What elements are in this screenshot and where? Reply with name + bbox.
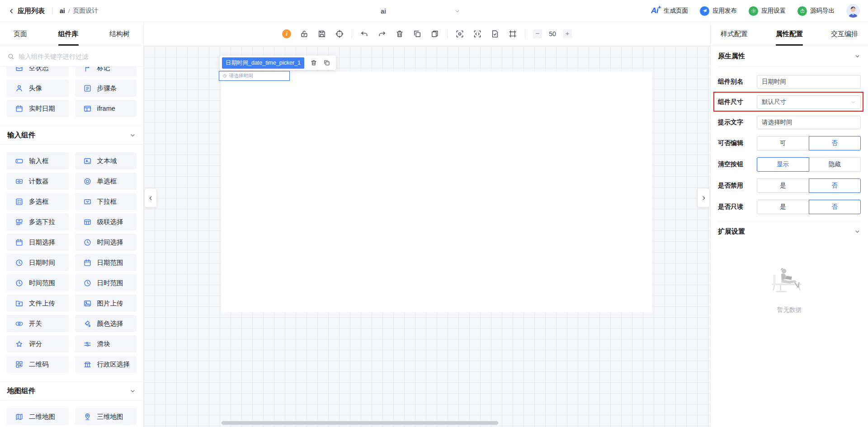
component-item[interactable]: 日期选择 xyxy=(7,234,69,251)
segment-option[interactable]: 是 xyxy=(757,200,809,214)
map-icon xyxy=(15,413,24,421)
field-control: 默认尺寸 xyxy=(757,95,861,109)
horizontal-scrollbar[interactable] xyxy=(222,421,498,425)
zoom-in-button[interactable]: + xyxy=(563,29,572,38)
component-item[interactable]: 单选框 xyxy=(75,173,137,190)
segmented-control: 是否 xyxy=(757,178,861,193)
component-item[interactable]: 下拉框 xyxy=(75,193,137,210)
component-item[interactable]: 空状态 xyxy=(7,67,69,76)
redo-icon[interactable] xyxy=(377,29,387,38)
native-properties-header[interactable]: 原生属性 xyxy=(718,46,861,67)
generate-page-button[interactable]: Ai 生成页面 xyxy=(651,6,688,15)
component-item[interactable]: 三维地图 xyxy=(75,408,137,425)
component-item[interactable]: 滑块 xyxy=(75,335,137,352)
select-value: 默认尺寸 xyxy=(762,98,786,106)
toggle-icon xyxy=(15,319,24,328)
tab-style-config[interactable]: 样式配置 xyxy=(721,22,748,46)
info-icon[interactable]: i xyxy=(282,29,291,38)
component-item[interactable]: 标记 xyxy=(75,67,137,76)
tab-pages[interactable]: 页面 xyxy=(14,22,27,46)
qr-icon xyxy=(15,360,24,369)
empty-state: 暂无数据 xyxy=(718,263,861,314)
segment-option[interactable]: 可 xyxy=(757,136,809,150)
empty-text: 暂无数据 xyxy=(777,306,802,314)
scan-eye-icon[interactable] xyxy=(455,29,464,38)
component-item[interactable]: 行政区选择 xyxy=(75,356,137,373)
source-export-button[interactable]: 源码导出 xyxy=(797,6,835,16)
trash-icon[interactable] xyxy=(395,29,404,38)
component-item[interactable]: 步骤条 xyxy=(75,80,137,97)
back-button[interactable]: 应用列表 xyxy=(8,7,45,15)
breadcrumb-app[interactable]: ai xyxy=(60,7,65,14)
field-row: 是否只读是否 xyxy=(718,200,861,214)
tab-component-library[interactable]: 组件库 xyxy=(58,22,79,46)
component-item[interactable]: 文本域 xyxy=(75,152,137,169)
extension-settings-header[interactable]: 扩展设置 xyxy=(718,221,861,242)
canvas-viewport[interactable]: 请选择时间 日期时间_date_time_picker_1 xyxy=(144,46,710,427)
selected-component-tag[interactable]: 日期时间_date_time_picker_1 xyxy=(222,57,304,69)
tab-structure-tree[interactable]: 结构树 xyxy=(109,22,130,46)
zoom-out-button[interactable]: − xyxy=(533,29,542,38)
component-item[interactable]: 评分 xyxy=(7,335,69,352)
component-item-label: 日期时间 xyxy=(29,258,55,267)
component-item[interactable]: 开关 xyxy=(7,315,69,332)
field-input[interactable] xyxy=(757,75,861,89)
chevron-down-icon[interactable] xyxy=(454,8,461,14)
copy-component-icon[interactable] xyxy=(323,59,330,66)
segmented-control: 显示隐藏 xyxy=(757,157,861,172)
component-item[interactable]: 文件上传 xyxy=(7,295,69,312)
section-header[interactable]: 输入组件 xyxy=(0,126,143,145)
frame-crop-icon[interactable] xyxy=(508,29,517,38)
component-item[interactable]: 时间范围 xyxy=(7,274,69,291)
component-item[interactable]: 图片上传 xyxy=(75,295,137,312)
component-item[interactable]: 日期范围 xyxy=(75,254,137,271)
component-item-label: 图片上传 xyxy=(97,299,123,308)
field-row: 可否编辑可否 xyxy=(718,136,861,150)
segment-option[interactable]: 否 xyxy=(809,178,861,193)
component-item[interactable]: 二维码 xyxy=(7,356,69,373)
app-settings-button[interactable]: 应用设置 xyxy=(749,6,786,16)
segment-option[interactable]: 否 xyxy=(809,136,861,150)
component-item[interactable]: iframe xyxy=(75,100,137,117)
copy-icon[interactable] xyxy=(413,29,422,38)
component-item[interactable]: 颜色选择 xyxy=(75,315,137,332)
segment-option[interactable]: 隐藏 xyxy=(809,157,861,172)
user-avatar[interactable] xyxy=(846,4,860,18)
app-publish-button[interactable]: 应用发布 xyxy=(700,6,737,16)
search-input[interactable] xyxy=(19,53,136,60)
segment-option[interactable]: 显示 xyxy=(757,157,809,172)
doc-check-icon[interactable] xyxy=(491,29,500,38)
tab-interaction[interactable]: 交互编排 xyxy=(831,22,858,46)
crosshair-icon[interactable] xyxy=(335,29,344,38)
page-sheet[interactable] xyxy=(222,71,652,312)
multiselect-icon xyxy=(15,218,24,226)
lock-icon[interactable] xyxy=(300,29,309,38)
component-item[interactable]: 时间选择 xyxy=(75,234,137,251)
component-item[interactable]: 日期时间 xyxy=(7,254,69,271)
component-item[interactable]: 二维地图 xyxy=(7,408,69,425)
component-item[interactable]: 日时范围 xyxy=(75,274,137,291)
component-item[interactable]: 输入框 xyxy=(7,152,69,169)
undo-icon[interactable] xyxy=(360,29,369,38)
collapse-left-panel-handle[interactable] xyxy=(145,189,156,207)
selected-date-time-picker[interactable]: 请选择时间 xyxy=(219,71,290,81)
delete-component-icon[interactable] xyxy=(310,59,317,66)
component-item[interactable]: 计数器 xyxy=(7,173,69,190)
tab-property-config[interactable]: 属性配置 xyxy=(776,22,803,46)
paste-icon[interactable] xyxy=(430,29,439,38)
field-input[interactable] xyxy=(757,116,861,129)
collapse-right-panel-handle[interactable] xyxy=(698,189,709,207)
page-selector[interactable]: ai xyxy=(381,0,386,22)
component-item[interactable]: 多选框 xyxy=(7,193,69,210)
save-icon[interactable] xyxy=(317,29,326,38)
component-item[interactable]: 头像 xyxy=(7,80,69,97)
component-list: 空状态标记头像步骤条实时日期iframe输入组件输入框文本域计数器单选框多选框下… xyxy=(0,67,143,427)
segment-option[interactable]: 否 xyxy=(809,200,861,214)
scan-code-icon[interactable] xyxy=(473,29,482,38)
section-header[interactable]: 地图组件 xyxy=(0,381,143,400)
field-select[interactable]: 默认尺寸 xyxy=(757,95,861,109)
component-item[interactable]: 多选下拉 xyxy=(7,213,69,230)
segment-option[interactable]: 是 xyxy=(757,178,809,193)
component-item[interactable]: 级联选择 xyxy=(75,213,137,230)
component-item[interactable]: 实时日期 xyxy=(7,100,69,117)
